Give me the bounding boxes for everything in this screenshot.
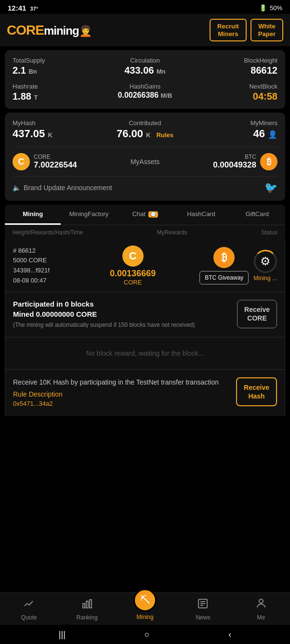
hash-gains-stat: HashGains 0.00266386 M/B <box>101 83 189 102</box>
receive-hash-section: Receive 10K Hash by participating in the… <box>5 370 285 415</box>
tab-mining-factory[interactable]: MiningFactory <box>61 205 117 225</box>
status-right: 🔋 50% <box>259 4 282 12</box>
receive-hash-button[interactable]: Receive Hash <box>236 377 277 406</box>
app-logo: COREmining🧑‍🦱 <box>7 23 92 38</box>
total-supply-stat: TotalSupply 2.1 Bn <box>13 57 101 76</box>
contributed-stat: Contributed 76.00 K Rules <box>102 119 189 140</box>
svg-rect-1 <box>86 601 88 608</box>
mining-block-row: # 86612 5000 CORE 34398...f921f 08-08 00… <box>5 240 285 292</box>
ranking-icon <box>81 598 93 612</box>
android-home-button[interactable]: ○ <box>145 630 150 640</box>
receive-core-button[interactable]: Receive CORE <box>237 300 277 328</box>
header-buttons: Recruit Miners White Paper <box>210 19 283 41</box>
block-height-stat: BlockHeight 86612 <box>189 57 277 76</box>
battery-icon: 🔋 <box>259 4 267 12</box>
announcement-bar: 🔈 Brand Update Announcement 🐦 <box>13 176 277 194</box>
tab-hash-card[interactable]: HashCard <box>173 205 229 225</box>
mining-spinner-icon: ⚙ <box>254 250 277 273</box>
my-hash-stat: MyHash 437.05 K <box>13 119 100 140</box>
stats-card: TotalSupply 2.1 Bn Circulation 433.06 Mn… <box>5 50 285 109</box>
core-icon: C <box>13 153 30 170</box>
btc-coin-icon: ₿ <box>213 247 235 268</box>
status-bar: 12:41 37° 🔋 50% <box>0 0 290 14</box>
table-header: Height/Rewards/Hash/Time MyRewards Statu… <box>5 225 285 240</box>
core-asset: C CORE 7.00226544 <box>13 153 77 170</box>
mining-status: ⚙ Mining ... <box>253 250 277 282</box>
btc-giveaway-area: ₿ BTC Giveaway <box>199 247 249 284</box>
nav-mining[interactable]: ⛏ Mining <box>116 598 174 620</box>
btc-asset: BTC 0.00049328 ₿ <box>213 153 277 170</box>
core-coin-icon: C <box>122 245 144 267</box>
app-header: COREmining🧑‍🦱 Recruit Miners White Paper <box>0 14 290 46</box>
nav-me[interactable]: Me <box>232 598 290 621</box>
btc-icon: ₿ <box>260 153 277 170</box>
rule-description-link[interactable]: Rule Description <box>13 390 231 398</box>
no-reward-section: No block reward, waiting for the block..… <box>5 337 285 370</box>
speaker-icon: 🔈 <box>13 184 21 192</box>
news-icon <box>197 598 209 612</box>
mining-block-info: # 86612 5000 CORE 34398...f921f 08-08 00… <box>13 246 66 286</box>
next-block-stat: NextBlock 04:58 <box>189 83 277 102</box>
quote-icon <box>23 598 35 612</box>
tabs-container: Mining MiningFactory Chat 💬 HashCard Gif… <box>5 205 285 240</box>
android-nav-bar: ||| ○ ‹ <box>0 625 290 644</box>
participated-section: Participated in 0 blocks Mined 0.0000000… <box>5 292 285 337</box>
tab-gift-card[interactable]: GiftCard <box>229 205 285 225</box>
status-time: 12:41 37° <box>8 4 38 12</box>
nav-ranking[interactable]: Ranking <box>58 598 116 621</box>
svg-point-7 <box>259 599 263 603</box>
btc-giveaway-button[interactable]: BTC Giveaway <box>199 271 249 284</box>
hashrate-stat: Hashrate 1.88 T <box>13 83 101 102</box>
tab-mining[interactable]: Mining <box>5 205 61 225</box>
recruit-miners-button[interactable]: Recruit Miners <box>210 19 247 41</box>
svg-rect-0 <box>83 604 85 608</box>
svg-rect-2 <box>90 600 92 608</box>
myhash-card: MyHash 437.05 K Contributed 76.00 K Rule… <box>5 113 285 201</box>
white-paper-button[interactable]: White Paper <box>250 19 283 41</box>
tab-chat[interactable]: Chat 💬 <box>117 205 173 225</box>
android-recent-button[interactable]: ||| <box>59 630 66 640</box>
chat-badge: 💬 <box>148 211 158 218</box>
me-icon <box>255 598 267 612</box>
bottom-nav: Quote Ranking ⛏ Mining News <box>0 592 290 625</box>
tabs-row: Mining MiningFactory Chat 💬 HashCard Gif… <box>5 205 285 225</box>
nav-news[interactable]: News <box>174 598 232 621</box>
twitter-icon[interactable]: 🐦 <box>264 181 277 194</box>
nav-quote[interactable]: Quote <box>0 598 58 621</box>
mining-rewards: C 0.00136669 CORE <box>71 245 195 286</box>
circulation-stat: Circulation 433.06 Mn <box>101 57 189 76</box>
assets-row: C CORE 7.00226544 MyAssets BTC 0.0004932… <box>13 147 277 170</box>
myhash-grid: MyHash 437.05 K Contributed 76.00 K Rule… <box>13 119 277 140</box>
rules-link[interactable]: Rules <box>157 131 173 139</box>
my-miners-stat: MyMiners 46 👤 <box>190 119 277 140</box>
android-back-button[interactable]: ‹ <box>228 630 231 640</box>
mining-nav-icon: ⛏ <box>133 589 157 612</box>
